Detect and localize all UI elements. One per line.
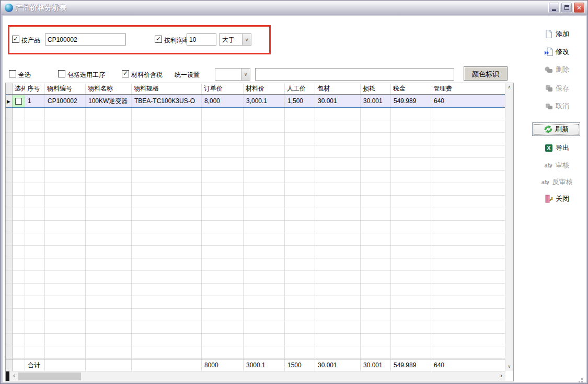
empty-grid-row	[6, 258, 505, 271]
column-header-seq[interactable]: 序号	[25, 83, 45, 94]
column-header-packing[interactable]: 包材	[315, 83, 361, 94]
column-header-select[interactable]: 选择	[13, 83, 25, 94]
column-header-material-code[interactable]: 物料编号	[45, 83, 86, 94]
profit-operator-select[interactable]: 大于 ∨	[219, 33, 251, 46]
vertical-scrollbar[interactable]: ∧ ∨	[505, 83, 513, 371]
uniform-setting-input[interactable]	[255, 68, 454, 81]
horizontal-scroll-thumb[interactable]	[18, 372, 81, 380]
by-profit-rate-checkbox[interactable]	[155, 36, 162, 43]
empty-grid-cell	[132, 296, 202, 309]
empty-grid-cell	[361, 284, 391, 296]
column-header-material-price[interactable]: 材料价	[244, 83, 285, 94]
column-header-tax[interactable]: 税金	[391, 83, 431, 94]
empty-grid-row	[6, 309, 505, 321]
close-form-button[interactable]: 关闭	[529, 192, 584, 206]
maximize-button[interactable]	[561, 2, 572, 13]
empty-grid-row	[6, 334, 505, 346]
scrollbar-corner-block	[6, 371, 9, 381]
empty-grid-cell	[244, 221, 285, 233]
refresh-button[interactable]: 刷新	[532, 122, 580, 136]
product-code-input[interactable]	[45, 33, 126, 46]
table-row[interactable]: ▶ 1 CP100002 100KW逆变器 TBEA-TC100K3US-O 8…	[6, 95, 505, 108]
export-button[interactable]: X 导出	[529, 141, 584, 155]
empty-grid-cell	[86, 221, 132, 233]
cancel-button[interactable]: 取消	[529, 99, 584, 113]
column-header-spec[interactable]: 物料规格	[132, 83, 202, 94]
total-labor-price: 1500	[285, 359, 315, 371]
horizontal-scrollbar[interactable]: ‹ ›	[6, 371, 505, 381]
empty-grid-cell	[25, 133, 45, 145]
empty-grid-cell	[6, 246, 13, 258]
empty-grid-cell	[13, 271, 25, 284]
empty-grid-cell	[45, 208, 86, 221]
scroll-left-icon[interactable]: ‹	[10, 371, 18, 381]
row-select-checkbox[interactable]	[15, 98, 22, 105]
total-label: 合计	[25, 359, 45, 371]
column-header-loss[interactable]: 损耗	[361, 83, 391, 94]
column-header-mgmt-fee[interactable]: 管理费	[431, 83, 505, 94]
empty-grid-cell	[132, 183, 202, 196]
empty-grid-cell	[202, 334, 244, 346]
color-mark-button[interactable]: 颜色标识	[464, 66, 508, 81]
new-document-icon	[544, 29, 554, 39]
empty-grid-cell	[13, 233, 25, 246]
empty-grid-cell	[6, 158, 13, 171]
audit-button[interactable]: ab 审核	[529, 159, 584, 172]
empty-grid-cell	[25, 221, 45, 233]
minimize-button[interactable]	[548, 2, 560, 13]
profit-rate-input[interactable]	[187, 33, 216, 46]
delete-button[interactable]: 删除	[529, 63, 584, 76]
empty-grid-cell	[45, 346, 86, 359]
empty-grid-cell	[202, 133, 244, 145]
empty-grid-cell	[13, 108, 25, 120]
unaudit-button[interactable]: ab 反审核	[529, 175, 584, 189]
empty-grid-cell	[13, 145, 25, 158]
scroll-right-icon[interactable]: ›	[497, 371, 505, 381]
empty-grid-cell	[86, 108, 132, 120]
empty-grid-cell	[361, 334, 391, 346]
by-product-checkbox[interactable]	[12, 36, 19, 43]
empty-grid-cell	[285, 171, 315, 183]
total-order-price: 8000	[202, 359, 244, 371]
select-all-label: 全选	[18, 71, 31, 80]
empty-grid-cell	[285, 334, 315, 346]
column-header-labor-price[interactable]: 人工价	[285, 83, 315, 94]
close-button[interactable]: ✕	[573, 2, 585, 13]
empty-grid-cell	[202, 233, 244, 246]
add-button[interactable]: 添加	[529, 27, 584, 41]
empty-grid-cell	[6, 145, 13, 158]
empty-grid-cell	[45, 120, 86, 133]
empty-grid-row	[6, 271, 505, 284]
empty-grid-cell	[361, 133, 391, 145]
grid-header-row: 选择 序号 物料编号 物料名称 物料规格 订单价 材料价 人工价 包材 损耗 税…	[6, 83, 505, 95]
empty-grid-cell	[132, 208, 202, 221]
empty-grid-cell	[86, 196, 132, 208]
empty-grid-cell	[45, 108, 86, 120]
include-process-label: 包括选用工序	[67, 71, 105, 80]
empty-grid-cell	[86, 171, 132, 183]
material-tax-checkbox[interactable]	[122, 70, 129, 77]
empty-grid-cell	[431, 171, 505, 183]
empty-grid-cell	[132, 171, 202, 183]
empty-grid-cell	[45, 296, 86, 309]
resize-grip[interactable]	[581, 378, 583, 380]
empty-grid-cell	[285, 346, 315, 359]
uniform-setting-select[interactable]: ∨	[215, 68, 250, 81]
empty-grid-cell	[361, 208, 391, 221]
modify-button[interactable]: 修改	[529, 45, 584, 59]
empty-grid-cell	[13, 246, 25, 258]
empty-grid-cell	[391, 246, 431, 258]
include-process-checkbox[interactable]	[58, 70, 65, 77]
empty-grid-cell	[315, 120, 361, 133]
column-header-material-name[interactable]: 物料名称	[86, 83, 132, 94]
save-button[interactable]: 保存	[529, 82, 584, 95]
scroll-down-icon[interactable]: ∨	[505, 363, 513, 371]
empty-grid-cell	[6, 120, 13, 133]
select-all-checkbox[interactable]	[9, 70, 16, 77]
empty-grid-cell	[25, 158, 45, 171]
material-tax-label: 材料价含税	[131, 71, 163, 80]
scroll-up-icon[interactable]: ∧	[505, 83, 513, 92]
cell-material-price: 3,000.1	[244, 95, 285, 107]
empty-grid-cell	[202, 221, 244, 233]
column-header-order-price[interactable]: 订单价	[202, 83, 244, 94]
